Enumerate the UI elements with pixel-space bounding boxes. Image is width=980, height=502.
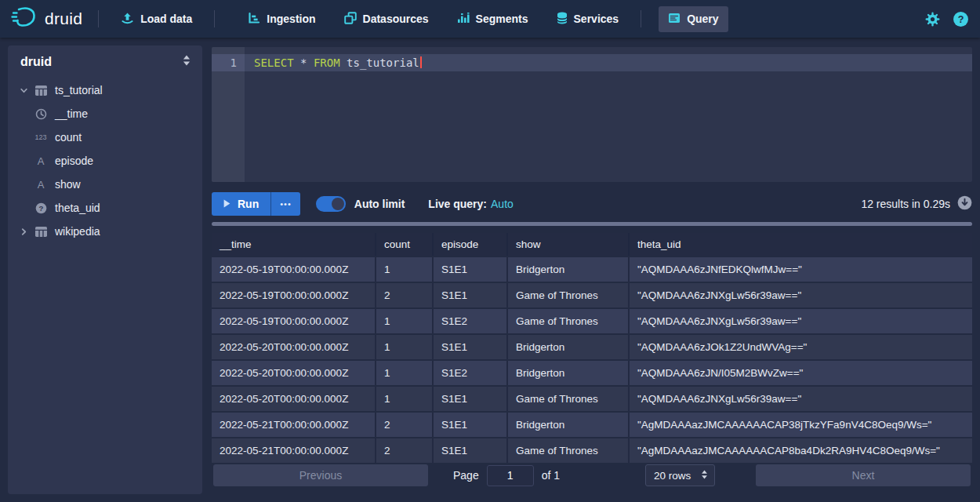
nav-item-label: Ingestion: [267, 13, 315, 25]
sidebar-item-time[interactable]: __time: [8, 102, 202, 126]
table-cell[interactable]: S1E1: [434, 335, 508, 359]
table-cell[interactable]: 2: [376, 438, 434, 463]
rows-per-page-select[interactable]: 20 rows: [645, 464, 715, 486]
table-cell[interactable]: Bridgerton: [508, 257, 630, 282]
live-query-value[interactable]: Auto: [491, 198, 514, 210]
download-icon[interactable]: [957, 195, 972, 213]
table-cell[interactable]: "AQMDAAA6zJOk1Z2UndWVAg==": [630, 335, 972, 359]
pagination-bar: Previous Page of 1 20 rows Next: [212, 464, 972, 487]
navbar-right-group: ?: [924, 11, 969, 27]
table-cell[interactable]: 2022-05-21T00:00:00.000Z: [212, 413, 376, 437]
table-cell[interactable]: 1: [376, 361, 434, 385]
table-cell[interactable]: 2022-05-20T00:00:00.000Z: [212, 387, 376, 411]
results-summary: 12 results in 0.29s: [861, 195, 972, 213]
column-header-episode[interactable]: episode: [434, 233, 508, 256]
chevron-right-icon[interactable]: [16, 227, 31, 236]
gear-icon[interactable]: [924, 11, 941, 27]
sql-query-text[interactable]: SELECT * FROM ts_tutorial: [254, 54, 422, 71]
table-cell[interactable]: 1: [376, 309, 434, 333]
navbar-divider: [214, 10, 215, 27]
table-cell[interactable]: S1E1: [434, 438, 508, 463]
table-cell[interactable]: 2022-05-21T00:00:00.000Z: [212, 438, 376, 463]
table-row: 2022-05-20T00:00:00.000Z1S1E2Bridgerton"…: [212, 361, 972, 385]
nav-item-ingestion[interactable]: Ingestion: [238, 6, 325, 32]
sidebar-item-count[interactable]: 123 count: [8, 126, 202, 149]
panel-resize-handle[interactable]: [212, 222, 972, 226]
column-header-time[interactable]: __time: [212, 233, 376, 256]
nav-item-query[interactable]: Query: [659, 6, 728, 32]
table-cell[interactable]: S1E2: [434, 361, 508, 385]
table-cell[interactable]: 1: [376, 257, 434, 282]
previous-page-button[interactable]: Previous: [213, 464, 428, 486]
table-cell[interactable]: 2022-05-19T00:00:00.000Z: [212, 309, 376, 333]
run-bar: Run ••• Auto limit Live query:Auto 12 re…: [212, 192, 972, 216]
nav-item-datasources[interactable]: Datasources: [335, 6, 438, 32]
sidebar-item-episode[interactable]: A episode: [8, 149, 202, 173]
table-cell[interactable]: S1E1: [434, 283, 508, 307]
table-cell[interactable]: "AQMDAAA6zJN/I05M2BWvZw==": [630, 361, 972, 385]
chevron-down-icon[interactable]: [16, 86, 31, 95]
sort-icon[interactable]: [182, 55, 191, 69]
table-cell[interactable]: S1E1: [434, 387, 508, 411]
column-header-count[interactable]: count: [376, 233, 434, 256]
nav-item-label: Segments: [476, 13, 528, 25]
table-cell[interactable]: Game of Thrones: [508, 438, 630, 463]
sql-editor[interactable]: 1 SELECT * FROM ts_tutorial: [212, 47, 972, 182]
sidebar-item-show[interactable]: A show: [8, 173, 202, 196]
table-cell[interactable]: "AgMDAAAazJMCAAAAAACAP8ba4Dk2RA9HV4C8Oeq…: [630, 438, 972, 463]
table-cell[interactable]: 2022-05-20T00:00:00.000Z: [212, 361, 376, 385]
unknown-type-icon: ?: [31, 202, 50, 214]
datasources-icon: [344, 12, 357, 27]
table-row: 2022-05-19T00:00:00.000Z1S1E1Bridgerton"…: [212, 257, 972, 282]
tree-label: wikipedia: [55, 225, 100, 238]
table-cell[interactable]: S1E2: [434, 309, 508, 333]
table-cell[interactable]: Game of Thrones: [508, 283, 630, 307]
table-cell[interactable]: "AQMDAAA6zJNXgLw56r39aw==": [630, 387, 972, 411]
nav-item-load-data[interactable]: Load data: [111, 6, 201, 32]
number-type-icon: 123: [31, 133, 50, 141]
nav-item-segments[interactable]: Segments: [448, 6, 538, 32]
table-cell[interactable]: S1E1: [434, 257, 508, 282]
line-number: 1: [212, 54, 237, 71]
next-page-button[interactable]: Next: [756, 464, 971, 486]
table-cell[interactable]: 2022-05-20T00:00:00.000Z: [212, 335, 376, 359]
run-more-button[interactable]: •••: [271, 192, 300, 216]
table-cell[interactable]: "AgMDAAAazJMCAAAAAACAP38jTkzYFa9nV4C8Oeq…: [630, 413, 972, 437]
segments-icon: [457, 12, 470, 27]
run-button[interactable]: Run: [212, 192, 271, 216]
rows-per-page-value: 20 rows: [654, 470, 691, 482]
nav-item-label: Query: [687, 13, 718, 25]
column-header-theta-uid[interactable]: theta_uid: [630, 233, 972, 256]
druid-logo-icon: [11, 5, 38, 32]
table-cell[interactable]: "AQMDAAA6zJNfEDKQlwfMJw==": [630, 257, 972, 282]
druid-logo[interactable]: druid: [11, 5, 82, 32]
table-cell[interactable]: 2: [376, 283, 434, 307]
page-indicator: Page of 1: [453, 464, 560, 486]
auto-limit-toggle[interactable]: [316, 196, 346, 212]
sidebar-item-wikipedia[interactable]: wikipedia: [8, 220, 202, 243]
table-row: 2022-05-20T00:00:00.000Z1S1E1Bridgerton"…: [212, 335, 972, 359]
nav-item-services[interactable]: Services: [547, 6, 629, 32]
table-cell[interactable]: 1: [376, 335, 434, 359]
table-cell[interactable]: 2: [376, 413, 434, 437]
table-cell[interactable]: "AQMDAAA6zJNXgLw56r39aw==": [630, 283, 972, 307]
play-icon: [223, 198, 230, 210]
sidebar-item-ts-tutorial[interactable]: ts_tutorial: [8, 78, 202, 102]
table-cell[interactable]: 2022-05-19T00:00:00.000Z: [212, 283, 376, 307]
sql-star: *: [294, 56, 314, 69]
help-icon[interactable]: ?: [953, 11, 969, 27]
table-cell[interactable]: S1E1: [434, 413, 508, 437]
table-cell[interactable]: Bridgerton: [508, 413, 630, 437]
services-icon: [557, 12, 568, 27]
column-header-show[interactable]: show: [508, 233, 630, 256]
table-cell[interactable]: 2022-05-19T00:00:00.000Z: [212, 257, 376, 282]
sidebar-item-theta-uid[interactable]: ? theta_uid: [8, 196, 202, 220]
table-cell[interactable]: Bridgerton: [508, 361, 630, 385]
table-cell[interactable]: "AQMDAAA6zJNXgLw56r39aw==": [630, 309, 972, 333]
page-number-input[interactable]: [487, 465, 534, 486]
table-cell[interactable]: Bridgerton: [508, 335, 630, 359]
table-cell[interactable]: Game of Thrones: [508, 309, 630, 333]
page-total-label: of 1: [542, 469, 560, 482]
table-cell[interactable]: 1: [376, 387, 434, 411]
table-cell[interactable]: Game of Thrones: [508, 387, 630, 411]
